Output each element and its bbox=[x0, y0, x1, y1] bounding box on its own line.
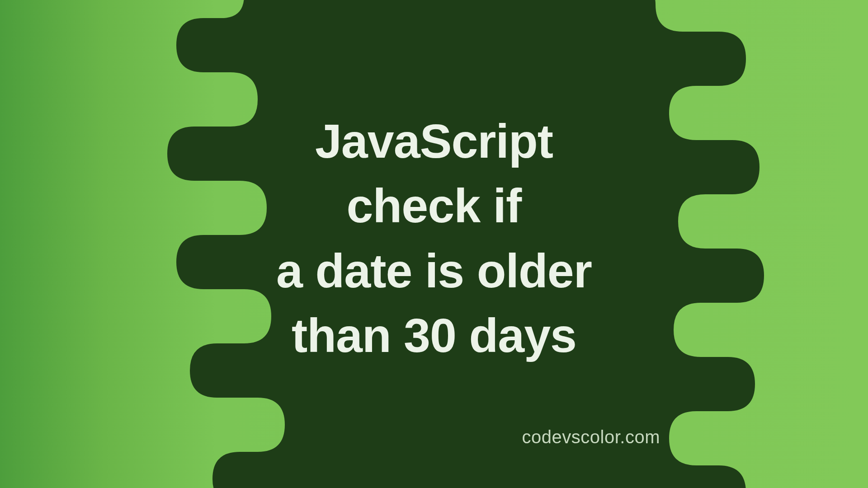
title-line-2: check if bbox=[347, 179, 522, 232]
thumbnail-canvas: JavaScript check if a date is older than… bbox=[0, 0, 868, 488]
title-line-3: a date is older bbox=[276, 244, 592, 297]
title-line-1: JavaScript bbox=[315, 114, 553, 168]
title-line-4: than 30 days bbox=[292, 309, 576, 362]
attribution-text: codevscolor.com bbox=[522, 427, 660, 447]
title-text: JavaScript check if a date is older than… bbox=[276, 109, 592, 367]
